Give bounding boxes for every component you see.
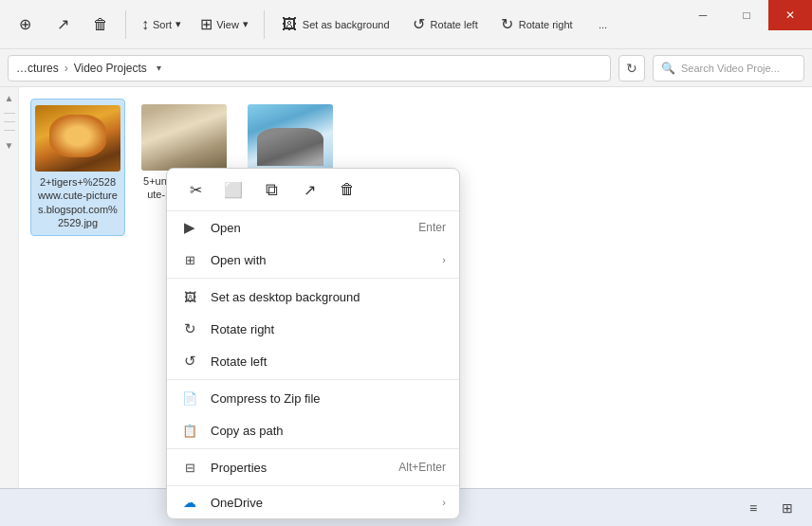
minimize-button[interactable]: ─ — [681, 0, 725, 30]
context-properties-item[interactable]: ⊟ Properties Alt+Enter — [167, 451, 459, 483]
context-menu-icon-bar: ✂ ⬜ ⧉ ↗ 🗑 — [167, 169, 459, 211]
taskbar-list-view-button[interactable]: ≡ — [740, 495, 766, 521]
context-onedrive-label: OneDrive — [211, 496, 431, 510]
breadcrumb-separator: › — [65, 62, 68, 75]
context-open-with-item[interactable]: ⊞ Open with › — [167, 244, 459, 276]
breadcrumb-current: Video Projects — [74, 62, 147, 75]
view-icon: ⊞ — [200, 15, 212, 33]
context-open-shortcut: Enter — [418, 221, 446, 234]
panel-divider-2 — [4, 121, 15, 122]
search-box[interactable]: 🔍 Search Video Proje... — [653, 55, 804, 82]
rotate-left-icon: ↺ — [413, 15, 425, 33]
context-open-with-label: Open with — [211, 253, 431, 267]
view-button[interactable]: ⊞ View ▾ — [193, 11, 256, 37]
sort-button[interactable]: ↕ Sort ▾ — [134, 12, 189, 37]
context-menu-divider-1 — [167, 278, 459, 279]
close-button[interactable]: ✕ — [768, 0, 812, 30]
separator-2 — [264, 10, 265, 39]
breadcrumb[interactable]: …ctures › Video Projects ▾ — [8, 55, 611, 82]
context-rotate-left-label: Rotate left — [211, 354, 446, 369]
set-background-button[interactable]: 🖼 Set as background — [272, 12, 399, 37]
context-copy-path-label: Copy as path — [211, 424, 446, 438]
list-item[interactable]: 2+tigers+%2528www.cute-pictures.blogspot… — [30, 99, 125, 236]
context-open-item[interactable]: ▶ Open Enter — [167, 211, 459, 244]
wolf-image — [248, 104, 333, 171]
context-open-with-icon: ⊞ — [180, 250, 199, 269]
context-rotate-left-item[interactable]: ↺ Rotate left — [167, 345, 459, 377]
breadcrumb-parent: …ctures — [16, 62, 59, 75]
search-icon: 🔍 — [661, 62, 675, 75]
tiger-image — [35, 105, 120, 172]
scroll-down-button[interactable]: ▼ — [3, 138, 16, 153]
sort-label: Sort — [153, 19, 172, 30]
file-name: 2+tigers+%2528www.cute-pictures.blogspot… — [37, 175, 119, 229]
context-open-icon: ▶ — [180, 218, 199, 237]
file-thumbnail — [248, 104, 333, 171]
context-onedrive-item[interactable]: ☁ OneDrive › — [167, 485, 459, 518]
cat-image — [141, 104, 227, 171]
search-placeholder: Search Video Proje... — [681, 63, 780, 74]
share-icon: ↗ — [57, 15, 69, 33]
context-set-desktop-label: Set as desktop background — [211, 290, 446, 304]
breadcrumb-chevron-icon: ▾ — [157, 63, 161, 73]
sort-chevron-icon: ▾ — [175, 18, 181, 30]
rotate-left-label: Rotate left — [431, 19, 478, 30]
share-button[interactable]: ↗ — [46, 11, 80, 37]
window-controls: ─ □ ✕ — [681, 0, 812, 30]
context-delete-button[interactable]: 🗑 — [330, 174, 364, 205]
context-menu-divider-2 — [167, 379, 459, 380]
main-content: ▲ ▼ 2+tigers+%2528www.cute-pictures.blog… — [0, 87, 812, 488]
more-icon: ... — [599, 19, 607, 30]
context-compress-zip-label: Compress to Zip file — [211, 391, 446, 406]
context-rotate-left-icon: ↺ — [180, 352, 199, 371]
context-properties-icon: ⊟ — [180, 458, 199, 477]
context-compress-zip-item[interactable]: 📄 Compress to Zip file — [167, 382, 459, 414]
refresh-icon: ↻ — [626, 61, 637, 76]
context-compress-zip-icon: 📄 — [180, 389, 199, 408]
rotate-right-label: Rotate right — [519, 19, 573, 30]
address-bar: …ctures › Video Projects ▾ ↻ 🔍 Search Vi… — [0, 49, 812, 87]
view-label: View — [216, 19, 239, 30]
rotate-right-button[interactable]: ↻ Rotate right — [491, 11, 582, 37]
left-panel: ▲ ▼ — [0, 87, 19, 488]
context-menu: ✂ ⬜ ⧉ ↗ 🗑 ▶ Open Enter ⊞ Open with › — [166, 168, 460, 519]
scroll-up-button[interactable]: ▲ — [3, 91, 16, 105]
context-cut-button[interactable]: ✂ — [178, 174, 212, 205]
context-share-button[interactable]: ↗ — [292, 174, 326, 205]
file-area: 2+tigers+%2528www.cute-pictures.blogspot… — [19, 87, 812, 488]
rotate-left-button[interactable]: ↺ Rotate left — [403, 11, 488, 37]
set-background-icon: 🖼 — [282, 16, 297, 33]
more-button[interactable]: ... — [586, 15, 620, 34]
context-set-desktop-item[interactable]: 🖼 Set as desktop background — [167, 281, 459, 313]
refresh-button[interactable]: ↻ — [618, 55, 645, 82]
delete-icon: 🗑 — [93, 16, 108, 33]
context-copy-path-icon: 📋 — [180, 421, 199, 440]
panel-divider-3 — [4, 130, 15, 131]
context-copy-path-item[interactable]: 📋 Copy as path — [167, 414, 459, 446]
delete-button[interactable]: 🗑 — [83, 12, 118, 37]
context-copy-button[interactable]: ⬜ — [216, 174, 250, 205]
taskbar-grid-view-button[interactable]: ⊞ — [774, 495, 801, 521]
context-properties-label: Properties — [211, 461, 387, 475]
view-chevron-icon: ▾ — [243, 18, 249, 30]
new-button[interactable]: ⊕ — [8, 11, 42, 37]
grid-view-icon: ⊞ — [782, 500, 793, 516]
context-paste-button[interactable]: ⧉ — [254, 174, 288, 205]
rotate-right-icon: ↻ — [501, 15, 513, 33]
new-icon: ⊕ — [19, 15, 31, 33]
context-properties-shortcut: Alt+Enter — [398, 461, 446, 474]
context-menu-divider-3 — [167, 448, 459, 449]
separator-1 — [125, 10, 126, 39]
list-view-icon: ≡ — [749, 500, 757, 516]
context-rotate-right-item[interactable]: ↻ Rotate right — [167, 313, 459, 345]
file-thumbnail — [141, 104, 227, 171]
sort-icon: ↕ — [141, 16, 149, 33]
file-thumbnail — [35, 105, 120, 172]
panel-divider — [4, 113, 15, 114]
set-background-label: Set as background — [303, 19, 390, 30]
context-set-desktop-icon: 🖼 — [180, 287, 199, 306]
context-onedrive-icon: ☁ — [180, 493, 199, 512]
maximize-button[interactable]: □ — [725, 0, 768, 30]
context-rotate-right-label: Rotate right — [211, 322, 446, 336]
context-rotate-right-icon: ↻ — [180, 319, 199, 338]
